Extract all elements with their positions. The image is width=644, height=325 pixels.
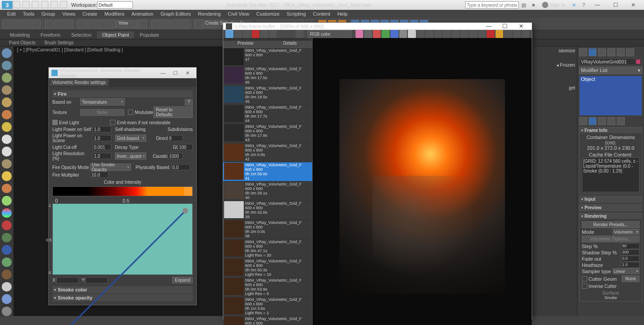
vfb-titlebar[interactable]: V-Ray frame buffer - [100% of 600 x 800]… xyxy=(223,23,532,30)
info-center-icon[interactable]: ▧ xyxy=(520,1,527,8)
fire-section-head[interactable]: Fire xyxy=(52,90,193,97)
object-name-field[interactable]: VRayVolumeGrid001 xyxy=(579,58,642,65)
tool-rotate-icon[interactable] xyxy=(87,20,96,29)
qat-undo-icon[interactable] xyxy=(41,1,48,8)
menu-group[interactable]: Group xyxy=(38,11,59,17)
emit-nonrender-check[interactable]: Emit even if not renderable xyxy=(110,120,170,125)
obj-cone-icon[interactable] xyxy=(2,110,12,120)
maximize-button[interactable]: ☐ xyxy=(606,0,624,10)
lp-scene-spinner[interactable]: 1.0 xyxy=(93,135,111,141)
inverse-cutter-check[interactable]: Inverse Cutter xyxy=(582,283,617,289)
history-item[interactable]: 0904_VRay_Volumetric_Grid_F600 x 8000h 1… xyxy=(223,162,312,181)
tool-percent-icon[interactable] xyxy=(171,20,180,29)
obj-light-icon[interactable] xyxy=(2,184,12,194)
history-item[interactable]: 0904_VRay_Volumetric_Grid_F600 x 800 xyxy=(223,316,312,325)
vfb-b-icon[interactable] xyxy=(390,30,398,38)
dialog-tab[interactable]: Volumetric Render settings xyxy=(50,79,109,86)
obj-torus-icon[interactable] xyxy=(2,85,12,95)
vfb-clear-icon[interactable] xyxy=(252,30,260,38)
vfb-r-icon[interactable] xyxy=(373,30,381,38)
gi-spinner[interactable]: 100 xyxy=(178,144,193,150)
vfb-i3-icon[interactable] xyxy=(434,30,442,38)
history-item[interactable]: 0904_VRay_Volumetric_Grid_F600 x 8000h 2… xyxy=(223,220,312,239)
history-item[interactable]: 0904_VRay_Volumetric_Grid_F600 x 8000h 1… xyxy=(223,297,312,316)
cutoff-spinner[interactable]: 0.001 xyxy=(93,144,111,150)
obj-misc-icon[interactable] xyxy=(2,307,12,317)
tool-link-icon[interactable] xyxy=(12,20,21,29)
cutter-geom-check[interactable]: Cutter Geom xyxy=(582,276,617,282)
vfb-maximize-button[interactable]: ☐ xyxy=(497,23,513,30)
basedon-combo[interactable]: Temperature xyxy=(80,98,125,106)
obj-geo-icon[interactable] xyxy=(2,122,12,132)
qat-redo-icon[interactable] xyxy=(51,1,58,8)
vfb-dup-icon[interactable] xyxy=(269,30,277,38)
history-head-preview[interactable]: Preview xyxy=(223,41,268,47)
vfb-stop-icon[interactable] xyxy=(478,30,486,38)
intensity-curve[interactable] xyxy=(52,203,193,275)
history-item[interactable]: 0904_VRay_Volumetric_Grid_F600 x 8000h 2… xyxy=(223,143,312,162)
dialog-maximize-button[interactable]: ☐ xyxy=(169,70,181,76)
menu-animation[interactable]: Animation xyxy=(128,11,157,17)
vfb-menu-icon[interactable] xyxy=(296,30,304,38)
obj-arrow-icon[interactable] xyxy=(2,233,12,243)
dialog-minimize-button[interactable]: — xyxy=(157,70,169,76)
history-item[interactable]: 0904_VRay_Volumetric_Grid_F600 x 8000h 0… xyxy=(223,239,312,258)
menu-rendering[interactable]: Rendering xyxy=(195,11,225,17)
heat-spinner[interactable]: 1.0 xyxy=(621,262,640,268)
cmd-motion-icon[interactable] xyxy=(607,48,615,56)
emit-light-check[interactable]: Emit Light xyxy=(52,120,79,125)
stack-show-icon[interactable] xyxy=(589,117,597,125)
history-item[interactable]: 0904_VRay_Volumetric_Grid_F600 x 8000h 0… xyxy=(223,85,312,105)
menu-content[interactable]: Content xyxy=(309,11,334,17)
obj-sphere-icon[interactable] xyxy=(2,48,12,58)
lp-self-spinner[interactable]: 1.0 xyxy=(93,126,111,132)
history-item[interactable]: 0904_VRay_Volumetric_Grid_F600 x 8000h 0… xyxy=(223,66,312,85)
vfb-channel-combo[interactable]: RGB color xyxy=(308,30,352,38)
vfb-clamp-icon[interactable] xyxy=(443,30,451,38)
tool-unlink-icon[interactable] xyxy=(22,20,31,29)
obj-creature-icon[interactable] xyxy=(2,270,12,279)
menu-tools[interactable]: Tools xyxy=(19,11,38,17)
history-item[interactable]: 0904_VRay_Volumetric_Grid_F600 x 8000h 0… xyxy=(223,278,312,297)
obj-grass-icon[interactable] xyxy=(2,257,12,267)
history-item[interactable]: 0904_VRay_Volumetric_Grid_F600 x 8000h 0… xyxy=(223,105,312,124)
tool-center-icon[interactable] xyxy=(138,20,147,29)
vfb-ipr-icon[interactable] xyxy=(496,30,504,38)
obj-cyl-icon[interactable] xyxy=(2,73,12,83)
mode-combo[interactable]: Volumetric xyxy=(613,229,640,235)
rollout-input[interactable]: Input xyxy=(580,196,642,202)
tool-snap-icon[interactable] xyxy=(151,20,160,29)
exchange-icon[interactable]: ✕ xyxy=(570,1,577,8)
rollout-head-rendering[interactable]: Rendering xyxy=(580,213,642,219)
history-item[interactable]: 0904_VRay_Volumetric_Grid_F600 x 8000h 0… xyxy=(223,181,312,201)
obj-ball-icon[interactable] xyxy=(2,294,12,304)
menu-scripting[interactable]: Scripting xyxy=(283,11,309,17)
menu-customize[interactable]: Customize xyxy=(253,11,283,17)
history-item[interactable]: 0904_VRay_Volumetric_Grid_F600 x 8000h 0… xyxy=(223,124,312,143)
qat-link-icon[interactable] xyxy=(60,1,67,8)
help-button[interactable]: ? xyxy=(185,99,193,106)
obj-plane-icon[interactable] xyxy=(2,135,12,144)
cmd-modify-icon[interactable] xyxy=(589,48,597,56)
dialog-titlebar[interactable]: VRayVolumeGrid: Volumetric Render settin… xyxy=(49,68,196,78)
tool-named-sel-icon[interactable] xyxy=(194,20,203,29)
vfb-heart-icon[interactable] xyxy=(356,30,364,38)
color-swatch[interactable] xyxy=(636,59,640,64)
decay-combo[interactable]: Inver...quare xyxy=(115,152,146,160)
vfb-copy-icon[interactable] xyxy=(260,30,268,38)
cmd-hierarchy-icon[interactable] xyxy=(598,48,606,56)
vfb-i2-icon[interactable] xyxy=(425,30,433,38)
tool-select-icon[interactable] xyxy=(2,20,11,29)
tool-window-icon[interactable] xyxy=(64,20,73,29)
obj-teapot-icon[interactable] xyxy=(2,97,12,107)
menu-views[interactable]: Views xyxy=(59,11,79,17)
physbased-spinner[interactable]: 0.0 xyxy=(171,164,190,170)
tab-modeling[interactable]: Modeling xyxy=(4,31,35,38)
lightres-spinner[interactable]: 1.0 xyxy=(93,153,111,159)
vfb-g-icon[interactable] xyxy=(381,30,390,38)
history-head-details[interactable]: Details xyxy=(268,41,313,47)
tool-rect-icon[interactable] xyxy=(55,20,64,29)
sampler-combo[interactable]: Linear xyxy=(613,268,640,274)
fade-spinner[interactable]: 0.0 xyxy=(621,256,640,262)
vfb-cc-icon[interactable] xyxy=(504,30,512,38)
